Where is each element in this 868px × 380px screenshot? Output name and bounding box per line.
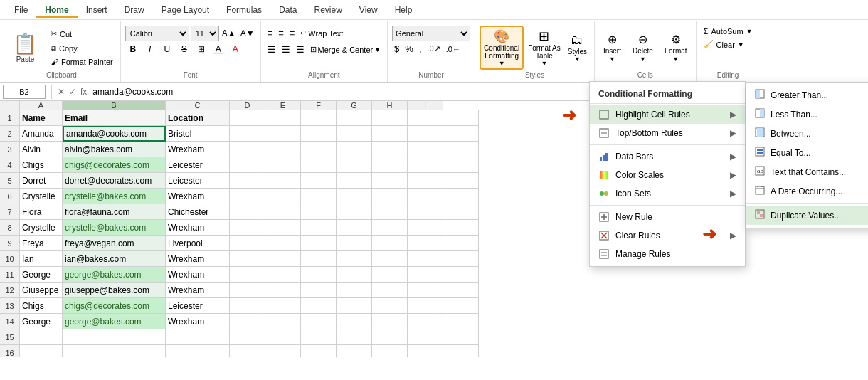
row-header-2[interactable]: 2 xyxy=(0,126,20,142)
cell-16-G[interactable] xyxy=(337,345,372,357)
cell-13-B[interactable]: chigs@decorates.com xyxy=(63,298,166,314)
menu-item-highlight-rules[interactable]: Highlight Cell Rules ▶ xyxy=(590,105,745,124)
menu-item-top-bottom[interactable]: Top/Bottom Rules ▶ xyxy=(590,124,745,142)
menu-item-manage-rules[interactable]: Manage Rules xyxy=(590,245,745,263)
cell-1-B[interactable]: Email xyxy=(63,110,166,126)
cell-9-I[interactable] xyxy=(408,236,443,251)
cell-11-F[interactable] xyxy=(301,267,337,283)
cell-16-H[interactable] xyxy=(372,345,408,357)
cell-6-C[interactable]: Wrexham xyxy=(166,189,230,204)
font-name-select[interactable]: Calibri xyxy=(125,26,189,41)
cell-15-C[interactable] xyxy=(166,329,230,345)
merge-center-button[interactable]: ⊡ Merge & Center ▼ xyxy=(308,43,383,56)
cell-6-F[interactable] xyxy=(301,189,337,204)
row-header-1[interactable]: 1 xyxy=(0,110,20,126)
cell-14-F[interactable] xyxy=(301,314,337,329)
cell-12-O[interactable] xyxy=(443,283,479,298)
row-header-4[interactable]: 4 xyxy=(0,157,20,173)
percent-button[interactable]: % xyxy=(403,43,416,55)
cell-5-G[interactable] xyxy=(337,173,372,189)
font-size-increase[interactable]: A▲ xyxy=(221,28,238,39)
cell-9-H[interactable] xyxy=(372,236,408,251)
submenu-text-contains[interactable]: ab Text that Contains... xyxy=(746,162,868,181)
cell-16-D[interactable] xyxy=(230,345,265,357)
cell-10-B[interactable]: ian@bakes.com xyxy=(63,251,166,267)
cell-4-G[interactable] xyxy=(337,157,372,173)
cell-1-A[interactable]: Name xyxy=(20,110,63,126)
cell-15-A[interactable] xyxy=(20,329,63,345)
cell-2-A[interactable]: Amanda xyxy=(20,126,63,142)
cell-7-I[interactable] xyxy=(408,204,443,220)
delete-cells-button[interactable]: ⊖ Delete ▼ xyxy=(628,31,657,64)
tab-file[interactable]: File xyxy=(6,2,36,18)
italic-button[interactable]: I xyxy=(142,43,158,56)
cell-16-I[interactable] xyxy=(408,345,443,357)
row-header-10[interactable]: 10 xyxy=(0,251,20,267)
cell-8-E[interactable] xyxy=(265,220,301,236)
cell-8-O[interactable] xyxy=(443,220,479,236)
cell-7-C[interactable]: Chichester xyxy=(166,204,230,220)
cell-16-A[interactable] xyxy=(20,345,63,357)
strikethrough-button[interactable]: S xyxy=(176,43,192,56)
cell-12-F[interactable] xyxy=(301,283,337,298)
cell-12-D[interactable] xyxy=(230,283,265,298)
cell-10-E[interactable] xyxy=(265,251,301,267)
tab-review[interactable]: Review xyxy=(305,2,350,18)
cell-2-C[interactable]: Bristol xyxy=(166,126,230,142)
cell-15-O[interactable] xyxy=(443,329,479,345)
cell-5-D[interactable] xyxy=(230,173,265,189)
menu-item-new-rule[interactable]: New Rule xyxy=(590,208,745,226)
cut-button[interactable]: ✂ Cut xyxy=(48,28,116,40)
cell-3-G[interactable] xyxy=(337,142,372,157)
align-right[interactable]: ☰ xyxy=(294,42,307,57)
cell-4-O[interactable] xyxy=(443,157,479,173)
cell-12-H[interactable] xyxy=(372,283,408,298)
autosum-button[interactable]: Σ AutoSum ▼ xyxy=(701,26,756,37)
cell-2-I[interactable] xyxy=(408,126,443,142)
cell-14-C[interactable]: Wrexham xyxy=(166,314,230,329)
cell-7-H[interactable] xyxy=(372,204,408,220)
wrap-text-button[interactable]: ↵ Wrap Text xyxy=(298,26,345,41)
cell-6-B[interactable]: crystelle@bakes.com xyxy=(63,189,166,204)
cell-2-E[interactable] xyxy=(265,126,301,142)
cell-10-D[interactable] xyxy=(230,251,265,267)
cell-1-D[interactable] xyxy=(230,110,265,126)
col-header-C[interactable]: C xyxy=(166,101,230,110)
cell-8-I[interactable] xyxy=(408,220,443,236)
cell-2-B[interactable]: amanda@cooks.com xyxy=(63,126,166,142)
cell-3-B[interactable]: alvin@bakes.com xyxy=(63,142,166,157)
border-button[interactable]: ⊞ xyxy=(194,43,209,56)
merge-chevron[interactable]: ▼ xyxy=(374,46,381,53)
cell-5-F[interactable] xyxy=(301,173,337,189)
cell-4-E[interactable] xyxy=(265,157,301,173)
cell-1-I[interactable] xyxy=(408,110,443,126)
fill-color-button[interactable]: A xyxy=(211,43,226,56)
paste-button[interactable]: 📋 Paste xyxy=(7,31,43,65)
cell-13-A[interactable]: Chigs xyxy=(20,298,63,314)
format-cells-button[interactable]: ⚙ Format ▼ xyxy=(660,31,692,64)
row-header-3[interactable]: 3 xyxy=(0,142,20,157)
font-size-select[interactable]: 11 xyxy=(191,26,219,41)
cell-8-C[interactable]: Wrexham xyxy=(166,220,230,236)
col-header-F[interactable]: F xyxy=(301,101,337,110)
cell-5-B[interactable]: dorret@decorates.com xyxy=(63,173,166,189)
delete-chevron[interactable]: ▼ xyxy=(640,56,646,63)
align-center[interactable]: ☰ xyxy=(280,42,292,57)
cell-15-D[interactable] xyxy=(230,329,265,345)
cell-13-F[interactable] xyxy=(301,298,337,314)
submenu-equal-to[interactable]: Equal To... xyxy=(746,143,868,162)
align-left[interactable]: ☰ xyxy=(265,42,278,57)
cell-11-A[interactable]: George xyxy=(20,267,63,283)
cell-9-B[interactable]: freya@vegan.com xyxy=(63,236,166,251)
cell-9-A[interactable]: Freya xyxy=(20,236,63,251)
cell-15-F[interactable] xyxy=(301,329,337,345)
clear-chevron[interactable]: ▼ xyxy=(738,41,744,48)
align-top-right[interactable]: ≡ xyxy=(287,26,297,41)
cell-4-D[interactable] xyxy=(230,157,265,173)
cell-9-C[interactable]: Liverpool xyxy=(166,236,230,251)
cell-5-H[interactable] xyxy=(372,173,408,189)
cell-11-C[interactable]: Wrexham xyxy=(166,267,230,283)
cell-6-E[interactable] xyxy=(265,189,301,204)
cell-11-B[interactable]: george@bakes.com xyxy=(63,267,166,283)
cell-5-I[interactable] xyxy=(408,173,443,189)
